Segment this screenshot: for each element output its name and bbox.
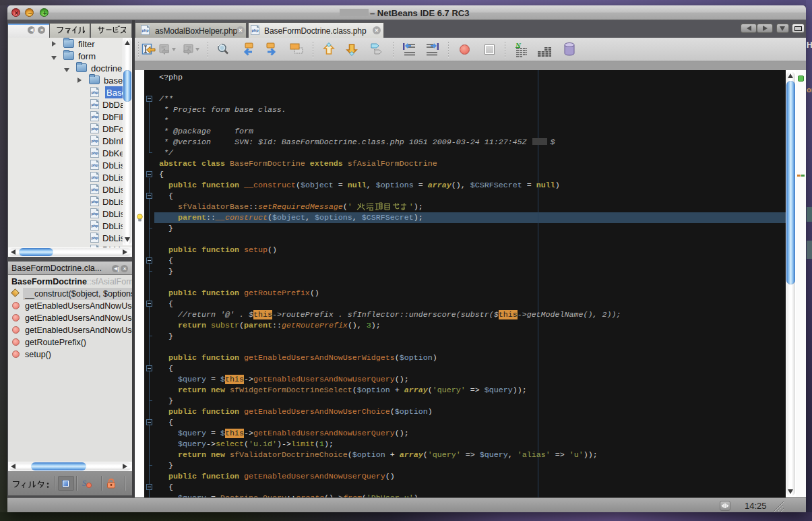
svg-text:N: N [515, 42, 522, 49]
svg-text:S: S [82, 479, 86, 488]
